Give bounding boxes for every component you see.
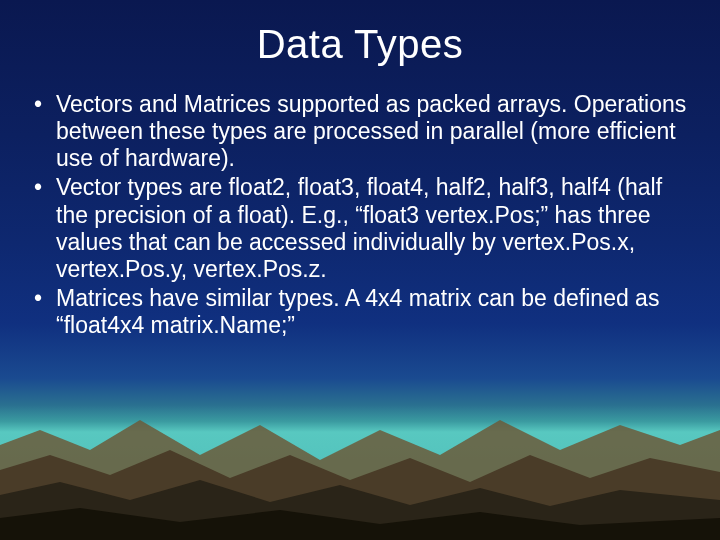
bullet-item: Matrices have similar types. A 4x4 matri…: [28, 285, 692, 339]
bullet-list: Vectors and Matrices supported as packed…: [28, 91, 692, 339]
landscape-decoration: [0, 400, 720, 540]
slide: Data Types Vectors and Matrices supporte…: [0, 0, 720, 540]
bullet-item: Vector types are float2, float3, float4,…: [28, 174, 692, 283]
bullet-item: Vectors and Matrices supported as packed…: [28, 91, 692, 172]
slide-content: Vectors and Matrices supported as packed…: [0, 85, 720, 339]
slide-title: Data Types: [0, 0, 720, 85]
